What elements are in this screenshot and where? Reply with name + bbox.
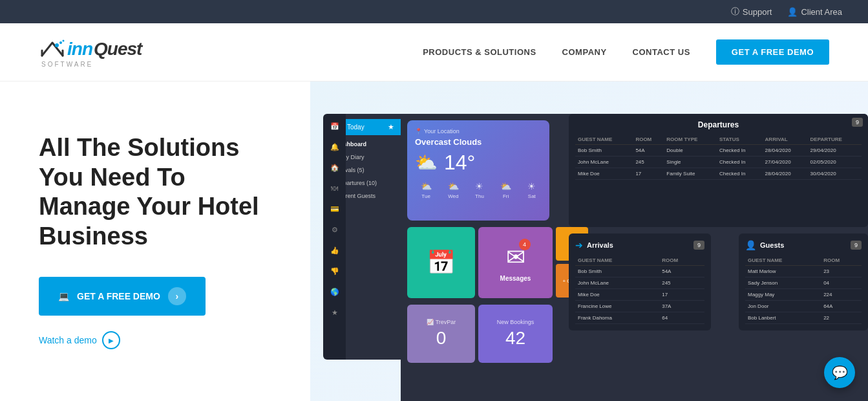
table-row: Matt Marlow23 [745, 266, 862, 277]
arrivals-title-text: Arrivals [587, 241, 613, 249]
logo-sub: SOFTWARE [41, 61, 142, 68]
calendar-tile[interactable]: 📅 [407, 227, 475, 298]
calendar-sidebar-icon: 📅 [329, 120, 341, 132]
table-row: Maggy May224 [745, 289, 862, 301]
arrivals-icon: ➔ [575, 240, 583, 250]
col-arrival: Arrival [763, 135, 808, 145]
guests-badge: 9 [851, 241, 862, 250]
chat-icon: 💬 [832, 365, 848, 380]
nav-products[interactable]: PRODUCTS & SOLUTIONS [423, 47, 536, 57]
col-departure: Departure [808, 135, 862, 145]
messages-badge: 4 [519, 239, 531, 250]
messages-label: Messages [500, 275, 531, 282]
arrivals-badge: 9 [693, 241, 704, 250]
arrow-icon: › [168, 287, 186, 305]
user-icon: 👤 [787, 7, 798, 17]
calendar-tile-icon: 📅 [427, 249, 456, 276]
logo-inn: inn [67, 39, 92, 60]
logo[interactable]: innQuest SOFTWARE [39, 36, 142, 68]
messages-icon: ✉ 4 [506, 244, 525, 271]
bell-sidebar-icon: 🔔 [329, 141, 341, 153]
logo-quest: Quest [94, 39, 142, 60]
dashboard-mockup: 📅 🔔 🏠 🍽 💳 ⚙ 👍 👎 🌎 ★ 📅 Today ★ [323, 94, 868, 401]
food-sidebar-icon: 🍽 [329, 182, 341, 194]
guests-icon: 👤 [745, 240, 756, 250]
bookings-label: New Bookings [497, 319, 535, 325]
support-link[interactable]: ⓘ Support [731, 6, 772, 17]
table-row: Mike Doe17 [575, 289, 704, 301]
table-row: Sady Jenson04 [745, 277, 862, 289]
table-row: Bob Lanbert22 [745, 312, 862, 324]
guests-panel: 👤 Guests 9 Guest name Room Matt Marlow [739, 233, 868, 331]
watch-demo-link[interactable]: Watch a demo ▶ [39, 331, 271, 349]
col-status: Status [717, 135, 763, 145]
hero-demo-button[interactable]: 💻 GET A FREE DEMO › [39, 277, 206, 316]
bookings-value: 42 [505, 328, 525, 349]
arrivals-table: Guest name Room Bob Smith54A John McLane… [575, 255, 704, 324]
table-row: Frank Dahoma64 [575, 312, 704, 324]
weather-forecast: ⛅Tue ⛅Wed ☀Thu ⛅Fri ☀Sat [415, 181, 542, 199]
table-row: Francine Lowe37A [575, 301, 704, 312]
logo-icon [39, 36, 66, 60]
svg-point-2 [55, 43, 59, 47]
globe-sidebar-icon: 🌎 [329, 286, 341, 298]
header: innQuest SOFTWARE PRODUCTS & SOLUTIONS C… [0, 23, 868, 81]
col-room-type: Room type [664, 135, 717, 145]
main-content-area: 📍 Your Location Overcast Clouds ⛅ 14° ⛅T… [401, 114, 868, 401]
col-guest-name: Guest name [575, 135, 633, 145]
table-row: John McLane245 [575, 277, 704, 289]
table-row: Bob Smith 54A Double Checked In 28/04/20… [575, 145, 862, 157]
table-row: Jon Door64A [745, 301, 862, 312]
weather-condition: Overcast Clouds [415, 137, 542, 147]
thumbup-sidebar-icon: 👍 [329, 244, 341, 256]
header-demo-button[interactable]: GET A FREE DEMO [716, 39, 829, 65]
main-nav: PRODUCTS & SOLUTIONS COMPANY CONTACT US … [423, 39, 829, 65]
guests-title-text: Guests [760, 241, 784, 249]
weather-widget: 📍 Your Location Overcast Clouds ⛅ 14° ⛅T… [407, 120, 549, 221]
departures-badge: 9 [852, 118, 863, 127]
hero-section: All The Solutions You Need To Manage You… [0, 81, 868, 401]
hero-dashboard: 📅 🔔 🏠 🍽 💳 ⚙ 👍 👎 🌎 ★ 📅 Today ★ [310, 81, 868, 401]
client-area-link[interactable]: 👤 Client Area [787, 7, 842, 17]
chat-bubble[interactable]: 💬 [824, 357, 855, 388]
monitor-icon: 💻 [58, 291, 69, 301]
hero-title: All The Solutions You Need To Manage You… [39, 133, 271, 251]
messages-tile[interactable]: ✉ 4 Messages [478, 227, 553, 298]
nav-company[interactable]: COMPANY [562, 47, 607, 57]
departures-title: Departures [575, 120, 862, 129]
top-bar: ⓘ Support 👤 Client Area [0, 0, 868, 23]
svg-point-4 [63, 40, 65, 42]
thumbdown-sidebar-icon: 👎 [329, 265, 341, 277]
weather-cloud-icon: ⛅ [415, 152, 438, 173]
trevpar-value: 0 [436, 328, 447, 349]
trevpar-tile: 📈TrevPar 0 [407, 305, 475, 363]
gear-sidebar-icon: ⚙ [329, 224, 341, 235]
svg-point-3 [59, 41, 62, 44]
guests-table: Guest name Room Matt Marlow23 Sady Jenso… [745, 255, 862, 324]
weather-location: 📍 Your Location [415, 128, 542, 135]
departures-panel: Departures 9 Guest name Room Room type S… [569, 114, 868, 227]
card-sidebar-icon: 💳 [329, 203, 341, 215]
sidebar-icons: 📅 🔔 🏠 🍽 💳 ⚙ 👍 👎 🌎 ★ [323, 114, 346, 360]
table-row: John McLane 245 Single Checked In 27/04/… [575, 157, 862, 168]
hero-content: All The Solutions You Need To Manage You… [0, 81, 310, 401]
star-sidebar-icon: ★ [329, 307, 341, 318]
weather-temp: 14° [444, 151, 475, 175]
play-icon: ▶ [102, 331, 120, 349]
bookings-tile: New Bookings 42 [478, 305, 553, 363]
table-row: Mike Doe 17 Family Suite Checked In 28/0… [575, 168, 862, 180]
nav-contact[interactable]: CONTACT US [633, 47, 690, 57]
departures-table: Guest name Room Room type Status Arrival… [575, 135, 862, 180]
table-row: Bob Smith54A [575, 266, 704, 277]
bed-sidebar-icon: 🏠 [329, 162, 341, 173]
support-icon: ⓘ [731, 6, 739, 17]
col-room: Room [633, 135, 664, 145]
arrivals-panel: ➔ Arrivals 9 Guest name Room Bob Smith5 [569, 233, 711, 331]
